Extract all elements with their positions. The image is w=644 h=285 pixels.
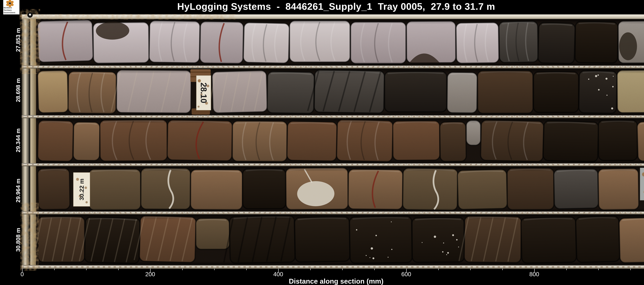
axis-minor-tick: [374, 269, 375, 270]
axis-minor-tick: [342, 269, 342, 270]
axis-minor-tick: [182, 269, 183, 270]
axis-minor-tick: [502, 269, 503, 270]
axis-minor-tick: [214, 269, 214, 270]
core-depth-tag-row2: 28.10: [196, 75, 211, 110]
core-depth-tag-row4-left: 30.22 m: [73, 172, 90, 206]
distance-axis-title: Distance along section (mm): [0, 277, 644, 285]
axis-tick-label: 200: [136, 271, 164, 278]
axis-tick-label: 0: [8, 271, 36, 278]
axis-tick-label: 800: [520, 271, 548, 278]
axis-minor-tick: [470, 269, 471, 270]
axis-tick-label: 600: [392, 271, 420, 278]
core-depth-tag-row2-text: 28.10: [199, 82, 208, 103]
axis-minor-tick: [630, 269, 631, 270]
core-depth-tag-row4-right-text: 30.89: [644, 174, 644, 194]
axis-minor-tick: [86, 269, 86, 270]
axis-minor-tick: [438, 269, 439, 270]
axis-tick-label: 400: [264, 271, 292, 278]
core-depth-tag-row4-left-text: 30.22 m: [78, 178, 85, 200]
core-tray-photo[interactable]: [0, 0, 644, 285]
axis-minor-tick: [118, 269, 118, 270]
axis-minor-tick: [566, 269, 567, 270]
photo-grain: [22, 14, 644, 269]
axis-minor-tick: [54, 269, 54, 270]
axis-minor-tick: [598, 269, 599, 270]
axis-minor-tick: [310, 269, 311, 270]
axis-minor-tick: [246, 269, 247, 270]
core-depth-tag-row4-right: 30.89: [640, 168, 644, 200]
